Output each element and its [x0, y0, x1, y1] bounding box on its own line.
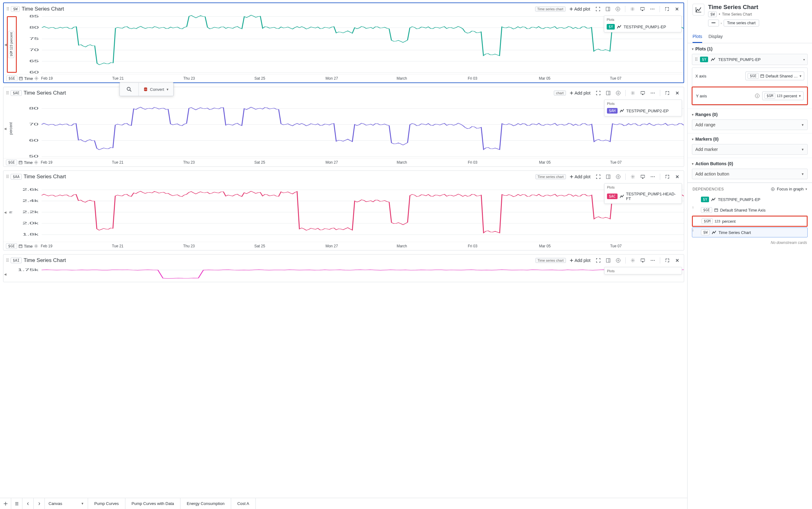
- gear-icon[interactable]: [34, 244, 38, 248]
- bb-tab[interactable]: Energy Consumption: [180, 498, 231, 509]
- plots-overlay-item[interactable]: $AH TESTPIPE_PUMP2-EP: [605, 107, 682, 116]
- layout-icon: [606, 174, 611, 179]
- present-icon-button[interactable]: [639, 173, 647, 181]
- convert-button[interactable]: Convert ▼: [138, 83, 173, 96]
- y-axis-select[interactable]: $GM 123 percent ▼: [762, 92, 804, 100]
- bb-tab[interactable]: Pump Curves: [88, 498, 125, 509]
- present-icon-button[interactable]: [638, 5, 646, 13]
- focus-icon-button[interactable]: [594, 89, 602, 97]
- split-icon-button[interactable]: [604, 5, 612, 13]
- more-icon-button[interactable]: [649, 173, 657, 181]
- plot-var-tag: $Y: [607, 24, 615, 30]
- bb-tab[interactable]: Cost A: [231, 498, 256, 509]
- focus-in-graph-button[interactable]: Focus in graph ▾: [771, 187, 807, 191]
- add-plot-button[interactable]: Add plot: [568, 173, 593, 180]
- add-plot-button[interactable]: Add plot: [568, 90, 593, 97]
- markers-section-head[interactable]: ▾Markers (0): [692, 137, 808, 142]
- settings-icon-button[interactable]: [629, 173, 637, 181]
- close-icon-button[interactable]: [673, 173, 681, 181]
- present-icon-button[interactable]: [639, 257, 647, 265]
- plot-item[interactable]: ⠿ $Y TESTPIPE_PUMP1-EP ▾: [692, 54, 808, 65]
- plots-overlay-item[interactable]: $Y TESTPIPE_PUMP1-EP: [604, 23, 681, 32]
- search-button[interactable]: [120, 83, 138, 96]
- bb-canvas-select[interactable]: Canvas ▼: [45, 498, 88, 509]
- expand-icon-button[interactable]: [663, 257, 671, 265]
- plot-area[interactable]: 606570758085: [19, 15, 683, 74]
- more-icon-button[interactable]: [648, 5, 656, 13]
- info-icon[interactable]: [755, 93, 760, 98]
- plot-area[interactable]: 50607080: [19, 99, 684, 158]
- drag-handle-icon[interactable]: ⠿: [6, 174, 9, 179]
- plots-overlay-item[interactable]: $AC TESTPIPE_PUMP1-HEAD-FT: [605, 191, 682, 203]
- drag-handle-icon[interactable]: ⠿: [6, 91, 9, 96]
- add-marker-button[interactable]: Add marker▼: [692, 144, 808, 155]
- more-icon-button[interactable]: [649, 89, 657, 97]
- bb-next-button[interactable]: [34, 498, 45, 509]
- bb-prev-button[interactable]: [23, 498, 34, 509]
- tab-display[interactable]: Display: [708, 31, 723, 43]
- convert-label: Convert: [150, 87, 164, 92]
- focus-icon-button[interactable]: [594, 5, 602, 13]
- drag-handle-icon[interactable]: ⠿: [6, 6, 9, 11]
- present-icon-button[interactable]: [639, 89, 647, 97]
- bb-add-button[interactable]: [0, 498, 11, 509]
- breadcrumb-prev[interactable]: •••: [708, 20, 719, 27]
- split-icon-button[interactable]: [604, 173, 612, 181]
- drag-handle-icon[interactable]: ⠿: [6, 258, 9, 263]
- drag-handle-icon[interactable]: ⠿: [695, 57, 698, 62]
- actions-section-head[interactable]: ▾Action Buttons (0): [692, 161, 808, 166]
- download-icon-button[interactable]: [614, 89, 622, 97]
- close-icon-button[interactable]: [673, 257, 681, 265]
- settings-icon-button[interactable]: [629, 5, 637, 13]
- layout-icon: [606, 258, 611, 263]
- add-plot-button[interactable]: Add plot: [568, 257, 593, 264]
- add-range-button[interactable]: Add range▼: [692, 120, 808, 130]
- gear-icon[interactable]: [34, 160, 38, 165]
- split-icon-button[interactable]: [604, 89, 612, 97]
- dependency-item[interactable]: $WTime Series Chart: [692, 228, 808, 237]
- close-icon-button[interactable]: [673, 89, 681, 97]
- ranges-section-head[interactable]: ▾Ranges (0): [692, 112, 808, 117]
- x-axis-select[interactable]: $GE Default Shared … ▼: [745, 72, 804, 80]
- x-tick-label: Mon 27: [326, 76, 397, 80]
- svg-point-61: [651, 260, 652, 261]
- tab-plots[interactable]: Plots: [692, 31, 702, 43]
- add-plot-button[interactable]: Add plot: [568, 6, 592, 12]
- settings-icon-button[interactable]: [629, 257, 637, 265]
- plot-area[interactable]: 1.75k: [19, 266, 684, 282]
- plots-section-head[interactable]: ▾ Plots (1): [692, 46, 808, 51]
- download-icon-button[interactable]: [614, 5, 622, 13]
- chart-title: Time Series Chart: [24, 257, 66, 264]
- add-action-button[interactable]: Add action button▼: [692, 169, 808, 179]
- download-icon-button[interactable]: [614, 257, 622, 265]
- chart-card[interactable]: ⠿ $AI Time Series Chart Time series char…: [3, 254, 684, 282]
- dependency-item[interactable]: $YTESTPIPE_PUMP1-EP: [692, 195, 808, 204]
- split-icon-button[interactable]: [604, 257, 612, 265]
- focus-icon-button[interactable]: [594, 257, 602, 265]
- y-axis-row: Y axis $GM 123 percent ▼: [693, 88, 807, 104]
- expand-icon-button[interactable]: [663, 5, 671, 13]
- plot-area[interactable]: 1.8k2.0k2.2k2.4k2.6k: [19, 183, 684, 242]
- download-icon-button[interactable]: [614, 173, 622, 181]
- bb-menu-button[interactable]: [11, 498, 23, 509]
- dependency-item[interactable]: $GEDefault Shared Time Axis: [692, 205, 808, 215]
- expand-icon-button[interactable]: [663, 89, 671, 97]
- chart-card[interactable]: ⠿ $AE Time Series Chart chart Add plot ◀…: [3, 87, 684, 167]
- plot-name: TESTPIPE_PUMP1-HEAD-FT: [626, 192, 679, 201]
- x-tick-label: Fri 03: [468, 160, 539, 165]
- line-chart-icon: [617, 24, 621, 29]
- close-icon-button[interactable]: [673, 5, 681, 13]
- chevron-down-icon: ▾: [692, 162, 693, 166]
- focus-icon-button[interactable]: [594, 173, 602, 181]
- chart-card[interactable]: ⠿ $AA Time Series Chart Time series char…: [3, 170, 684, 250]
- bb-tab[interactable]: Pump Curves with Data: [125, 498, 181, 509]
- gear-icon[interactable]: [34, 76, 39, 80]
- svg-text:2.6k: 2.6k: [23, 188, 39, 191]
- dependency-item[interactable]: $GM123percent: [692, 215, 808, 227]
- settings-icon-button[interactable]: [629, 89, 637, 97]
- chart-card[interactable]: ⠿ $W Time Series Chart Time series chart…: [3, 2, 684, 83]
- more-icon-button[interactable]: [649, 257, 657, 265]
- expand-icon-button[interactable]: [663, 173, 671, 181]
- x-tick-label: Sat 25: [254, 160, 326, 165]
- x-tick-label: Sat 25: [255, 76, 326, 80]
